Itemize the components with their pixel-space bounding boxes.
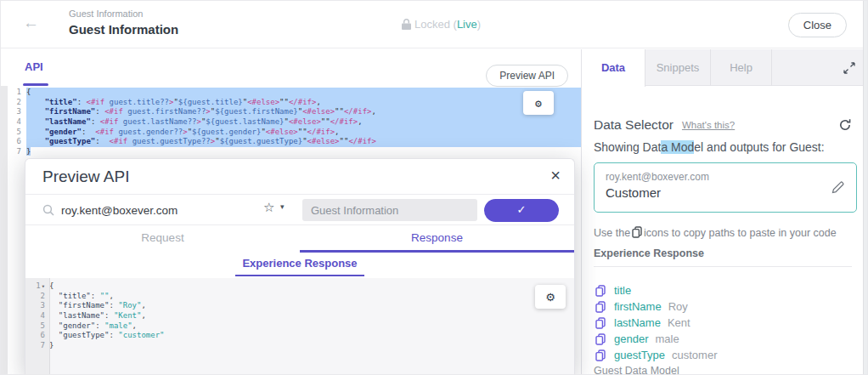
- field-name: firstName: [614, 300, 662, 313]
- data-panel-content: Data Selector What's this? Showing Data …: [582, 87, 867, 374]
- left-tabbar: API Preview API: [1, 49, 581, 86]
- copy-paths-note: Use theicons to copy paths to paste in y…: [594, 226, 837, 239]
- right-tabbar: Data Snippets Help: [582, 49, 867, 86]
- tab-api[interactable]: API: [25, 60, 43, 73]
- guest-search-input[interactable]: [61, 199, 256, 221]
- modal-title: Preview API: [42, 168, 129, 186]
- field-value: Roy: [668, 300, 688, 313]
- line-number: 3: [1, 107, 26, 117]
- code-line[interactable]: 2 "title": "",: [25, 292, 574, 302]
- guest-data-model-label: Guest Data Model: [594, 365, 679, 375]
- line-number: 1▾: [25, 281, 49, 292]
- response-settings-button[interactable]: ⚙: [535, 285, 566, 309]
- code-line[interactable]: 5 "gender": "male",: [25, 321, 574, 332]
- field-row: gendermale: [595, 331, 852, 347]
- tab-request[interactable]: Request: [25, 225, 300, 253]
- back-arrow-icon[interactable]: ←: [23, 14, 39, 32]
- code-line[interactable]: 1▾{: [25, 281, 574, 292]
- code-line[interactable]: 6 "guestType": "customer": [25, 331, 574, 341]
- code-line[interactable]: 2 "title": <#if guest.title??>"${guest.t…: [1, 98, 581, 108]
- code-line[interactable]: 4 "lastName": <#if guest.lastName??>"${g…: [1, 117, 581, 128]
- tab-experience-response[interactable]: Experience Response: [242, 257, 357, 270]
- window-scrollbar[interactable]: [863, 1, 867, 374]
- run-preview-button[interactable]: ✓: [484, 199, 559, 222]
- preview-api-modal: Preview API × ☆ ▾ ✓ Request Response Exp…: [25, 158, 575, 375]
- guest-type: Customer: [606, 185, 845, 200]
- code-line[interactable]: 5 "gender": <#if guest.gender??>"${guest…: [1, 128, 581, 138]
- line-number: 4: [1, 117, 26, 128]
- refresh-icon[interactable]: [838, 118, 852, 132]
- editor-settings-button[interactable]: ⚙: [523, 91, 554, 115]
- modal-tabs: Request Response: [25, 225, 574, 253]
- search-icon: [42, 204, 54, 216]
- field-row: firstNameRoy: [595, 298, 852, 315]
- field-list: titlefirstNameRoylastNameKentgendermaleg…: [595, 282, 852, 363]
- check-icon: ✓: [517, 203, 527, 216]
- live-badge: Live: [457, 18, 477, 31]
- close-icon[interactable]: ×: [550, 166, 561, 185]
- field-row: guestTypecustomer: [595, 347, 852, 363]
- code-line[interactable]: 6 "guestType": <#if guest.guestType??>"$…: [1, 137, 581, 147]
- guest-card[interactable]: roy.kent@boxever.com Customer: [594, 162, 857, 213]
- code-line[interactable]: 7}: [25, 341, 574, 351]
- preview-api-button[interactable]: Preview API: [486, 65, 568, 87]
- copy-path-icon[interactable]: [595, 333, 606, 345]
- locked-label: Locked (Live): [414, 18, 481, 31]
- gear-icon: ⚙: [545, 291, 555, 304]
- tab-snippets[interactable]: Snippets: [645, 49, 711, 86]
- code-line[interactable]: 3 "firstName": "Roy",: [25, 301, 574, 311]
- code-line[interactable]: 7}: [1, 147, 581, 157]
- data-side-panel: Data Snippets Help Data Selector What's …: [581, 49, 867, 374]
- field-value: customer: [672, 349, 717, 361]
- line-number: 3: [25, 301, 49, 311]
- experience-response-heading: Experience Response: [594, 247, 704, 259]
- line-number: 6: [25, 331, 49, 341]
- field-row: lastNameKent: [595, 315, 852, 331]
- edit-pencil-icon[interactable]: [831, 180, 845, 195]
- field-name: title: [614, 284, 631, 297]
- field-name: guestType: [614, 349, 665, 361]
- copy-icon: [632, 226, 642, 238]
- whats-this-link[interactable]: What's this?: [682, 120, 735, 130]
- breadcrumb: Guest Information: [69, 9, 143, 19]
- guest-email: roy.kent@boxever.com: [606, 171, 845, 183]
- response-code-viewer[interactable]: 1▾{2 "title": "",3 "firstName": "Roy",4 …: [25, 278, 574, 375]
- divider: [594, 266, 852, 267]
- field-name: gender: [614, 332, 648, 345]
- code-line[interactable]: 1{: [1, 88, 581, 98]
- code-line[interactable]: 3 "firstName": <#if guest.firstName??>"$…: [1, 107, 581, 117]
- modal-search-row: ☆ ▾ ✓: [25, 195, 574, 225]
- experience-name-input[interactable]: [302, 199, 477, 221]
- line-number: 2: [1, 98, 26, 108]
- line-number: 4: [25, 311, 49, 321]
- copy-path-icon[interactable]: [595, 349, 606, 361]
- line-number: 7: [25, 341, 49, 351]
- lock-icon: [402, 19, 411, 30]
- page-header: ← Guest Information Guest Information Lo…: [1, 1, 867, 48]
- expand-panel-icon[interactable]: [843, 62, 855, 77]
- showing-data-model-text: Showing Data Model and outputs for Guest…: [594, 140, 825, 154]
- field-value: male: [655, 332, 679, 345]
- gear-icon: ⚙: [535, 97, 542, 110]
- modal-header: Preview API ×: [25, 159, 574, 195]
- data-selector-title: Data Selector: [594, 117, 674, 133]
- copy-path-icon[interactable]: [595, 317, 606, 329]
- star-icon[interactable]: ☆: [263, 200, 274, 215]
- line-number: 1: [1, 88, 26, 98]
- line-number: 6: [1, 137, 26, 147]
- code-line[interactable]: 4 "lastName": "Kent",: [25, 311, 574, 321]
- tab-help[interactable]: Help: [711, 49, 772, 86]
- tab-experience-response-underline: [235, 275, 364, 277]
- tab-response[interactable]: Response: [300, 225, 574, 253]
- chevron-down-icon[interactable]: ▾: [280, 202, 285, 211]
- copy-path-icon[interactable]: [595, 301, 606, 313]
- tab-data[interactable]: Data: [582, 49, 645, 87]
- line-number: 5: [25, 321, 49, 332]
- locked-status: Locked (Live): [402, 18, 481, 31]
- text-selection-highlight: a Mod: [661, 140, 694, 154]
- line-number: 7: [1, 147, 26, 157]
- line-number: 5: [1, 128, 26, 138]
- close-button[interactable]: Close: [788, 13, 847, 37]
- fold-caret-icon[interactable]: ▾: [42, 283, 45, 290]
- copy-path-icon[interactable]: [595, 285, 606, 297]
